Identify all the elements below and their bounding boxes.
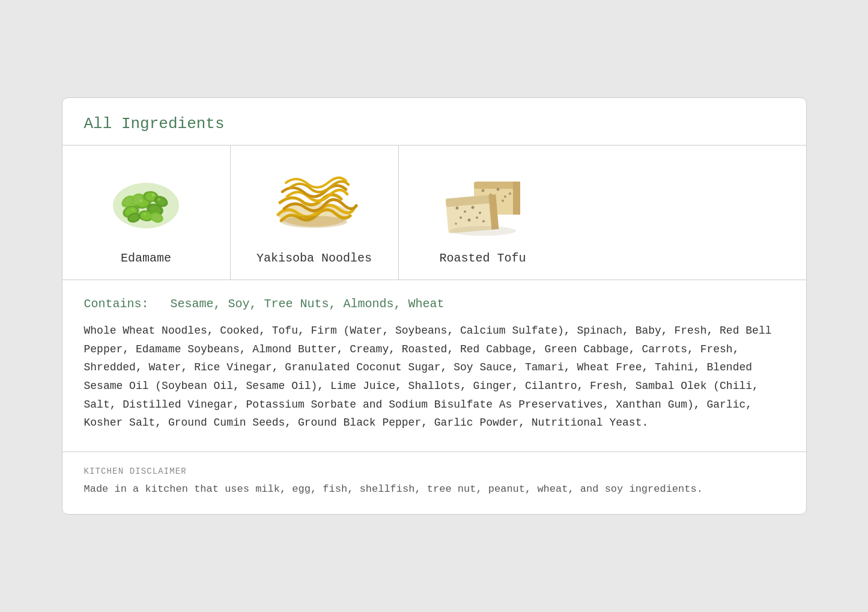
noodles-image [269,164,359,242]
disclaimer-body: Made in a kitchen that uses milk, egg, f… [84,481,785,497]
svg-point-49 [482,220,485,222]
svg-point-43 [464,210,466,213]
svg-point-23 [158,198,160,201]
tofu-image [438,164,528,242]
ingredient-noodles: Yakisoba Noodles [231,145,399,280]
svg-point-44 [471,206,474,209]
edamame-image [101,164,191,242]
ingredient-edamame: Edamame [62,145,231,280]
svg-point-47 [467,219,470,222]
svg-point-38 [509,192,511,195]
svg-point-33 [496,188,499,191]
svg-rect-29 [474,182,519,189]
disclaimer-section: KITCHEN DISCLAIMER Made in a kitchen tha… [62,452,806,514]
contains-line: Contains: Sesame, Soy, Tree Nuts, Almond… [84,297,785,311]
svg-point-21 [140,200,143,203]
svg-point-34 [504,195,506,198]
svg-point-31 [481,189,484,192]
title-section: All Ingredients [62,98,806,145]
svg-rect-30 [513,182,520,215]
svg-point-24 [132,209,134,211]
disclaimer-title: KITCHEN DISCLAIMER [84,467,785,476]
ingredients-grid: Edamame [62,145,806,280]
svg-point-22 [152,194,155,197]
ingredients-text-section: Contains: Sesame, Soy, Tree Nuts, Almond… [62,280,806,452]
ingredients-card: All Ingredients [62,97,807,515]
svg-point-45 [479,212,481,214]
ingredient-tofu: Roasted Tofu [399,145,567,280]
ingredients-body: Whole Wheat Noodles, Cooked, Tofu, Firm … [84,322,785,432]
contains-label: Contains: [84,297,149,311]
svg-point-25 [144,213,146,215]
svg-point-51 [450,226,516,236]
svg-point-42 [455,207,458,210]
edamame-label: Edamame [121,251,171,265]
svg-point-50 [455,222,457,225]
svg-point-27 [281,216,347,228]
tofu-label: Roasted Tofu [439,251,526,265]
svg-point-46 [460,216,462,219]
svg-point-48 [476,216,478,219]
section-title: All Ingredients [84,115,785,133]
noodles-label: Yakisoba Noodles [256,251,372,265]
contains-items: Sesame, Soy, Tree Nuts, Almonds, Wheat [171,297,445,311]
svg-point-37 [502,200,504,202]
